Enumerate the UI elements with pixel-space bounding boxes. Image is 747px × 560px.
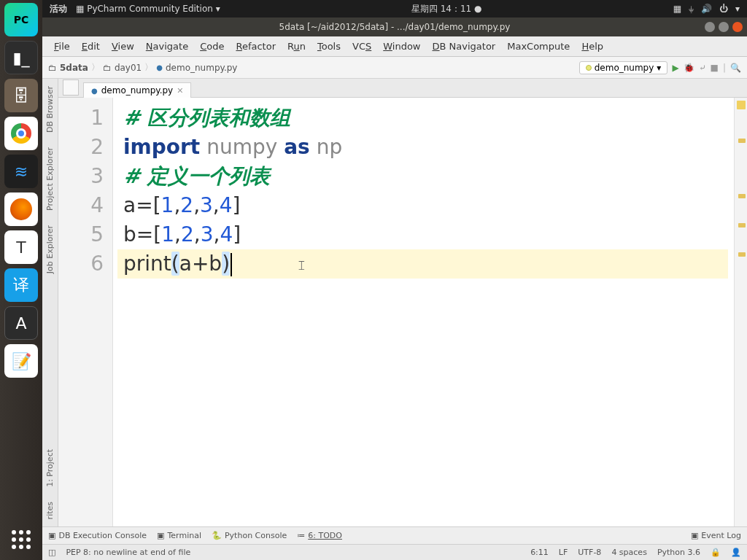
warning-marker-icon[interactable] [738,252,746,257]
menu-tools[interactable]: Tools [313,39,345,53]
line-number-gutter[interactable]: 123456 [58,98,113,526]
menu-maxcompute[interactable]: MaxCompute [503,39,574,53]
status-interpreter[interactable]: Python 3.6 [657,548,700,557]
topbar-app-name[interactable]: ▦ PyCharm Community Edition ▾ [76,4,220,14]
dock-translate-icon[interactable]: 译 [4,268,38,302]
dock-typora-icon[interactable]: T [4,230,38,264]
ubuntu-dock: PC ▮_ 🗄 ≋ T 译 A 📝 [0,0,42,560]
tool-project-explorer[interactable]: Project Explorer [44,140,56,218]
status-quickdoc-icon[interactable]: ◫ [48,548,55,557]
python-file-icon: ● [91,87,98,95]
dock-show-apps-icon[interactable] [8,526,34,553]
debug-button-icon[interactable]: 🐞 [684,63,694,73]
warning-marker-icon[interactable] [738,139,746,143]
dock-pycharm-icon[interactable]: PC [4,3,38,36]
i-beam-cursor-icon: 𝙸 [297,251,306,280]
menu-edit[interactable]: Edit [77,39,104,53]
tool-python-console[interactable]: 🐍 Python Console [212,531,287,540]
run-button-icon[interactable]: ▶ [672,63,678,73]
tool-db-exec[interactable]: ▣ DB Execution Console [48,531,147,540]
menu-file[interactable]: File [50,39,74,53]
editor-area: ● demo_numpy.py ✕ 123456 # 区分列表和数组 impor… [58,79,747,526]
network-icon[interactable]: ⏚ [689,4,694,14]
python-file-icon: ● [156,63,163,71]
code-editor[interactable]: # 区分列表和数组 import numpy as np # 定义一个列表 a=… [113,98,734,526]
close-tab-icon[interactable]: ✕ [177,86,183,96]
menu-navigate[interactable]: Navigate [142,39,193,53]
tool-favorites[interactable]: rites [44,494,56,526]
tool-job-explorer[interactable]: Job Explorer [44,218,56,281]
menu-refactor[interactable]: Refactor [231,39,280,53]
text-caret [231,253,232,276]
window-maximize-icon[interactable] [719,22,729,32]
editor-tabbar: ● demo_numpy.py ✕ [58,79,747,98]
tool-project[interactable]: 1: Project [44,442,56,494]
workspace: DB Browser Project Explorer Job Explorer… [42,79,747,526]
status-caret-pos[interactable]: 6:11 [530,548,549,557]
window-title: 5data [~/aid2012/5data] - .../day01/demo… [279,22,511,32]
editor-tab-label: demo_numpy.py [101,85,173,96]
breadcrumb-file[interactable]: demo_numpy.py [166,63,237,73]
menu-db-navigator[interactable]: DB Navigator [428,39,500,53]
power-icon[interactable]: ⏻ [719,4,728,14]
dock-firefox-icon[interactable] [4,192,38,226]
tool-db-browser[interactable]: DB Browser [44,79,56,140]
menu-window[interactable]: Window [379,39,425,53]
stop-button-icon[interactable]: ■ [711,63,719,73]
dock-vscode-icon[interactable]: ≋ [4,155,38,188]
menu-code[interactable]: Code [196,39,228,53]
main-column: 活动 ▦ PyCharm Community Edition ▾ 星期四 14：… [42,0,747,560]
warning-marker-icon[interactable] [738,223,746,228]
status-indent[interactable]: 4 spaces [611,548,647,557]
topbar-clock[interactable]: 星期四 14：11 ● [229,3,665,15]
menu-vcs[interactable]: VCS [348,39,376,53]
system-menu-chevron-icon[interactable]: ▾ [735,4,740,14]
navigation-bar: 🗀 5data 〉 🗀 day01 〉 ● demo_numpy.py demo… [42,57,747,79]
breadcrumb-folder[interactable]: day01 [115,63,142,73]
window-close-icon[interactable] [732,22,743,32]
project-view-toggle-icon[interactable] [63,79,79,96]
search-everywhere-icon[interactable]: 🔍 [730,63,741,73]
status-encoding[interactable]: UTF-8 [578,548,601,557]
dock-updater-icon[interactable]: A [4,306,38,340]
folder-icon: 🗀 [103,63,112,73]
tool-todo[interactable]: ≔ 6: TODO [297,531,342,540]
menu-run[interactable]: Run [283,39,310,53]
window-titlebar: 5data [~/aid2012/5data] - .../day01/demo… [42,18,747,36]
volume-icon[interactable]: 🔊 [701,4,712,14]
breadcrumb-root[interactable]: 5data [60,63,88,73]
dock-terminal-icon[interactable]: ▮_ [4,41,38,74]
folder-icon: 🗀 [48,63,57,73]
gnome-topbar: 活动 ▦ PyCharm Community Edition ▾ 星期四 14：… [42,0,747,18]
window-minimize-icon[interactable] [705,22,715,32]
dock-chrome-icon[interactable] [4,117,38,150]
status-hector-icon[interactable]: 👤 [731,548,741,557]
tool-event-log[interactable]: ▣ Event Log [691,531,741,540]
warning-marker-icon[interactable] [738,194,746,198]
run-coverage-icon[interactable]: ⤶ [699,63,706,73]
activities-button[interactable]: 活动 [50,3,67,15]
status-bar: ◫ PEP 8: no newline at end of file 6:11 … [42,544,747,560]
editor-tab[interactable]: ● demo_numpy.py ✕ [83,82,191,98]
run-config-selector[interactable]: demo_numpy ▾ [579,61,668,74]
status-message: PEP 8: no newline at end of file [66,548,190,557]
bottom-tool-bar: ▣ DB Execution Console ▣ Terminal 🐍 Pyth… [42,526,747,544]
inspection-indicator-icon[interactable] [737,101,746,109]
left-tool-strip: DB Browser Project Explorer Job Explorer… [42,79,58,526]
menubar: File Edit View Navigate Code Refactor Ru… [42,36,747,57]
menu-view[interactable]: View [107,39,139,53]
dock-notes-icon[interactable]: 📝 [4,344,38,378]
menu-help[interactable]: Help [577,39,608,53]
error-stripe[interactable] [734,98,747,526]
status-lock-icon[interactable]: 🔒 [711,548,721,557]
dock-files-icon[interactable]: 🗄 [4,79,38,112]
status-line-separator[interactable]: LF [559,548,568,557]
input-method-icon[interactable]: ▦ [673,4,681,14]
tool-terminal[interactable]: ▣ Terminal [157,531,201,540]
